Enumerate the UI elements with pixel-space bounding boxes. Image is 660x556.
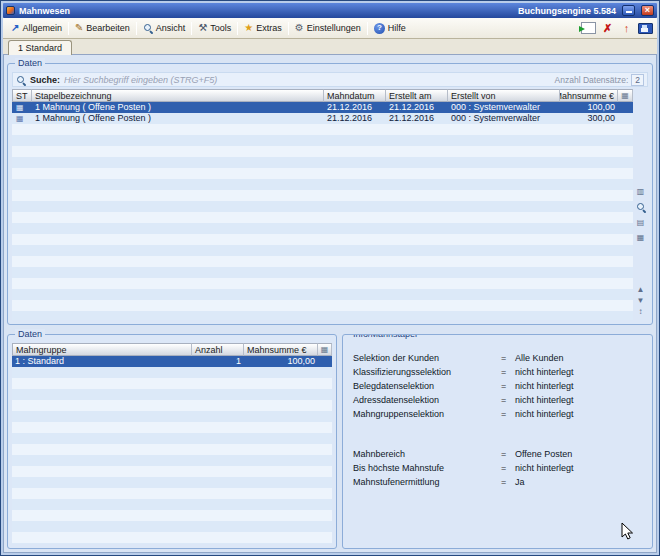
toolbar-button-allgemein[interactable]: ↗Allgemein	[7, 21, 66, 35]
report-icon[interactable]: ▤	[637, 218, 645, 227]
info-row: Selektion der Kunden=Alle Kunden	[353, 351, 642, 365]
info-separator: =	[501, 477, 515, 487]
scroll-down-icon[interactable]: ▼	[637, 296, 645, 305]
info-label: Bis höchste Mahnstufe	[353, 463, 501, 473]
cell-stapelbezeichnung: 1 Mahnung ( Offene Posten )	[32, 113, 324, 124]
info-label: Mahnbereich	[353, 449, 501, 459]
toolbar-button-label: Bearbeiten	[86, 23, 130, 33]
cell-mahnsumme: 100,00	[560, 102, 618, 113]
extras-icon: ★	[244, 23, 253, 33]
cell-stapelbezeichnung: 1 Mahnung ( Offene Posten )	[32, 102, 324, 113]
app-icon	[6, 6, 15, 15]
toolbar-separator	[136, 22, 137, 35]
columns-icon[interactable]: ▥	[637, 187, 645, 196]
toolbar-button-tools[interactable]: ⚒Tools	[194, 21, 235, 35]
delete-icon[interactable]: ✗	[600, 21, 615, 35]
cell-anzahl: 1	[192, 356, 244, 367]
column-header[interactable]: Stapelbezeichnung	[32, 89, 324, 102]
export-icon[interactable]	[581, 22, 596, 34]
cell-erstellt-am: 21.12.2016	[386, 102, 448, 113]
toolbar-separator	[288, 22, 289, 35]
toolbar-button-label: Einstellungen	[307, 23, 361, 33]
info-value: Ja	[515, 477, 642, 487]
stapel-header: STStapelbezeichnungMahndatumErstellt amE…	[12, 89, 633, 102]
grid-icon: ▦	[12, 102, 32, 113]
zoom-icon[interactable]	[636, 202, 646, 212]
column-header[interactable]: Mahnsumme €	[560, 89, 618, 102]
titlebar: Mahnwesen Buchungsengine 5.584 ×	[3, 3, 657, 18]
info-value: Alle Kunden	[515, 353, 642, 363]
column-header[interactable]: Mahnsumme €	[244, 343, 318, 356]
toolbar: ↗Allgemein✎BearbeitenAnsicht⚒Tools★Extra…	[3, 18, 657, 39]
print-icon[interactable]: ▦	[637, 233, 645, 242]
main-panel: Daten Suche: Anzahl Datensätze: 2 STStap…	[3, 55, 657, 553]
info-label: Mahnstufenermittlung	[353, 477, 501, 487]
cell-erstellt-von: 000 : Systemverwalter	[448, 113, 560, 124]
bottom-row: Daten MahngruppeAnzahlMahnsumme €▦ 1 : S…	[7, 334, 653, 549]
table-options-icon[interactable]: ▦	[618, 89, 633, 102]
app-window: Mahnwesen Buchungsengine 5.584 × ↗Allgem…	[0, 0, 660, 556]
minimize-button[interactable]	[622, 5, 635, 16]
info-separator: =	[501, 409, 515, 419]
toolbar-button-label: Tools	[210, 23, 231, 33]
column-header[interactable]: Erstellt am	[386, 89, 448, 102]
mahngruppen-rows: 1 : Standard1100,00	[12, 356, 332, 367]
search-row: Suche: Anzahl Datensätze: 2	[12, 72, 648, 87]
column-header[interactable]: Anzahl	[192, 343, 244, 356]
close-button[interactable]: ×	[641, 5, 654, 16]
record-count-label: Anzahl Datensätze:	[555, 75, 629, 85]
info-label: Mahngruppenselektion	[353, 409, 501, 419]
side-nav: ▲▼↕	[637, 285, 645, 316]
tools-icon: ⚒	[198, 23, 207, 33]
search-input[interactable]	[64, 75, 551, 85]
info-row: Mahnstufenermittlung=Ja	[353, 475, 642, 489]
scroll-up-icon[interactable]: ▲	[637, 285, 645, 294]
table-options-icon[interactable]: ▦	[318, 343, 332, 356]
toolbar-button-hilfe[interactable]: ?Hilfe	[370, 21, 410, 36]
toolbar-button-label: Hilfe	[388, 23, 406, 33]
record-count-value: 2	[631, 74, 644, 86]
toolbar-button-ansicht[interactable]: Ansicht	[139, 21, 190, 35]
save-icon[interactable]	[638, 23, 653, 34]
toolbar-items: ↗Allgemein✎BearbeitenAnsicht⚒Tools★Extra…	[7, 21, 410, 36]
info-value: nicht hinterlegt	[515, 381, 642, 391]
info-section: Mahnbereich=Offene PostenBis höchste Mah…	[353, 447, 642, 489]
info-row: Klassifizierungsselektion=nicht hinterle…	[353, 365, 642, 379]
tab-standard[interactable]: 1 Standard	[8, 40, 72, 55]
info-row: Mahngruppenselektion=nicht hinterlegt	[353, 407, 642, 421]
column-header[interactable]: ST	[12, 89, 32, 102]
info-section: Selektion der Kunden=Alle KundenKlassifi…	[353, 351, 642, 421]
stapel-table-inner: STStapelbezeichnungMahndatumErstellt amE…	[12, 89, 633, 320]
info-row: Mahnbereich=Offene Posten	[353, 447, 642, 461]
info-label: Selektion der Kunden	[353, 353, 501, 363]
toolbar-button-bearbeiten[interactable]: ✎Bearbeiten	[71, 21, 134, 35]
table-row[interactable]: ▦1 Mahnung ( Offene Posten )21.12.201621…	[12, 113, 633, 124]
side-strip: ▥▤▦ ▲▼↕	[633, 89, 648, 320]
upload-icon[interactable]: ↑	[619, 21, 634, 35]
toolbar-separator	[191, 22, 192, 35]
info-separator: =	[501, 463, 515, 473]
arrow-up-right-icon: ↗	[11, 23, 19, 33]
info-separator: =	[501, 395, 515, 405]
window-title: Mahnwesen	[19, 6, 70, 16]
info-row: Belegdatenselektion=nicht hinterlegt	[353, 379, 642, 393]
pencil-icon: ✎	[75, 23, 83, 33]
stapel-group-legend: Daten	[15, 58, 45, 69]
column-header[interactable]: Erstellt von	[448, 89, 560, 102]
stapel-empty-rows	[12, 124, 633, 320]
toolbar-button-extras[interactable]: ★Extras	[240, 21, 285, 35]
toolbar-button-label: Allgemein	[22, 23, 62, 33]
table-row[interactable]: ▦1 Mahnung ( Offene Posten )21.12.201621…	[12, 102, 633, 113]
table-row[interactable]: 1 : Standard1100,00	[12, 356, 332, 367]
stapel-rows: ▦1 Mahnung ( Offene Posten )21.12.201621…	[12, 102, 633, 124]
column-header[interactable]: Mahndatum	[324, 89, 386, 102]
info-legend: Info/Mahnstapel	[350, 334, 420, 340]
mahngruppen-legend: Daten	[15, 329, 45, 340]
help-icon: ?	[374, 23, 385, 34]
info-separator: =	[501, 381, 515, 391]
info-value: nicht hinterlegt	[515, 395, 642, 405]
gear-icon: ⚙	[295, 23, 304, 33]
column-header[interactable]: Mahngruppe	[12, 343, 192, 356]
toolbar-button-einstellungen[interactable]: ⚙Einstellungen	[291, 21, 365, 35]
scroll-end-icon[interactable]: ↕	[638, 307, 642, 316]
